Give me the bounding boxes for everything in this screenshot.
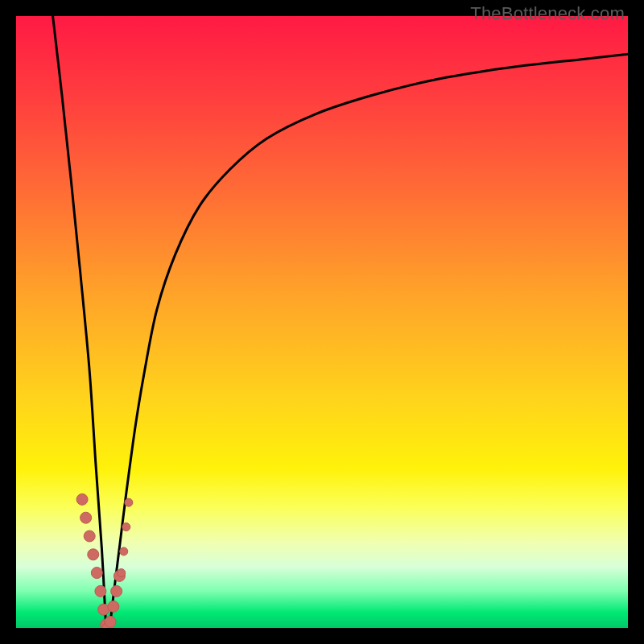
data-point bbox=[118, 569, 126, 577]
chart-frame: TheBottleneck.com bbox=[0, 0, 644, 644]
data-point bbox=[125, 498, 133, 506]
data-point bbox=[111, 585, 122, 597]
data-point bbox=[76, 493, 88, 505]
plot-area bbox=[16, 16, 628, 628]
data-point bbox=[120, 547, 128, 555]
data-point bbox=[80, 512, 92, 523]
chart-svg bbox=[16, 16, 628, 628]
data-point bbox=[108, 601, 119, 612]
data-point bbox=[105, 616, 116, 627]
series-right-branch bbox=[109, 54, 628, 628]
data-point bbox=[88, 549, 99, 560]
series-left-branch bbox=[53, 16, 106, 628]
data-point bbox=[122, 523, 130, 531]
data-point bbox=[84, 530, 95, 542]
data-point bbox=[91, 568, 102, 579]
data-point bbox=[95, 585, 106, 597]
